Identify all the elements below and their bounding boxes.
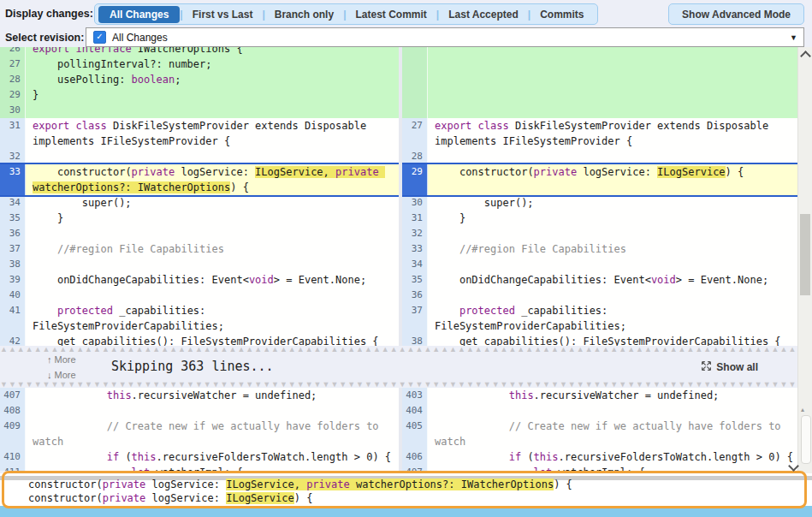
comparison-line: constructor(private logService: ILogServ… <box>28 491 572 505</box>
bottom-scrollbar[interactable] <box>0 506 812 517</box>
diff-row[interactable]: 404 <box>402 403 797 419</box>
diff-row[interactable]: 407 let watcherImpl: { <box>402 465 797 471</box>
line-number: 41 <box>0 303 26 334</box>
diff-row[interactable]: 36 <box>0 226 399 241</box>
diff-row[interactable]: 38 <box>0 257 399 272</box>
diff-row[interactable]: 34 super(); <box>0 195 399 211</box>
diff-row[interactable]: 35 onDidChangeCapabilities: Event<void> … <box>402 272 797 288</box>
vertical-scrollbar[interactable]: ▴ <box>797 47 812 517</box>
diff-row[interactable]: 408 <box>0 403 399 419</box>
code-line <box>26 288 399 303</box>
diff-row[interactable]: 40 <box>0 288 399 303</box>
line-number: 42 <box>0 334 26 346</box>
diff-pane-top-left: 26export interface IWatcherOptions {27 p… <box>0 47 399 346</box>
line-number: 37 <box>402 303 428 334</box>
diff-row[interactable]: 37 //#region File Capabilities <box>0 241 399 257</box>
code-line: let watcherImpl: { <box>26 465 399 471</box>
revision-dropdown-value: All Changes <box>112 32 168 44</box>
line-number: 30 <box>0 103 26 118</box>
diff-row[interactable]: 38 get capabilities(): FileSystemProvide… <box>402 334 797 346</box>
diff-row[interactable]: 33 //#region File Capabilities <box>402 241 797 257</box>
scrollbar-thumb[interactable] <box>800 214 810 295</box>
more-down-button[interactable]: ↓ More <box>47 370 76 380</box>
code-line: onDidChangeCapabilities: Event<void> = E… <box>26 272 399 288</box>
code-line: get capabilities(): FileSystemProviderCa… <box>428 334 797 346</box>
code-line <box>26 226 399 241</box>
line-comparison-text: constructor(private logService: ILogServ… <box>28 478 572 505</box>
checkbox-checked-icon[interactable]: ✓ <box>93 31 106 44</box>
code-line: protected _capabilities: FileSystemProvi… <box>428 303 797 334</box>
diff-row[interactable]: 409 // Create new if we actually have fo… <box>0 419 399 449</box>
scroll-up-icon[interactable] <box>800 51 811 62</box>
line-number: 35 <box>0 211 26 226</box>
diff-row[interactable]: 35 } <box>0 211 399 226</box>
code-line: pollingInterval?: number; <box>26 56 399 72</box>
tab-branch-only[interactable]: Branch only <box>265 7 343 22</box>
more-up-button[interactable]: ↑ More <box>47 354 76 365</box>
expand-all-icon <box>701 360 712 374</box>
line-number: 406 <box>402 449 428 465</box>
diff-row[interactable]: 26export interface IWatcherOptions { <box>0 47 399 56</box>
diff-row[interactable]: 405 // Create new if we actually have fo… <box>402 419 797 449</box>
code-line: usePolling: boolean; <box>26 72 399 87</box>
diff-pane-bottom-right: 403 this.recursiveWatcher = undefined;40… <box>402 388 797 471</box>
diff-row[interactable]: 32 <box>402 226 797 241</box>
diff-row[interactable]: 42 get capabilities(): FileSystemProvide… <box>0 334 399 346</box>
diff-viewer-window: Display changes: All Changes|First vs La… <box>0 0 812 517</box>
diff-row[interactable]: 27 pollingInterval?: number; <box>0 56 399 72</box>
line-number: 36 <box>402 288 428 303</box>
diff-row[interactable]: 27export class DiskFileSystemProvider ex… <box>402 118 797 149</box>
mini-scroll-up-icon[interactable]: ▴ <box>801 407 804 413</box>
tab-all-changes[interactable]: All Changes <box>98 6 180 23</box>
display-changes-label: Display changes: <box>5 8 93 20</box>
line-number: 39 <box>0 272 26 288</box>
tab-latest-commit[interactable]: Latest Commit <box>347 7 436 22</box>
code-line: if (this.recursiveFoldersToWatch.length … <box>428 449 797 465</box>
diff-row[interactable]: 39 onDidChangeCapabilities: Event<void> … <box>0 272 399 288</box>
line-number: 34 <box>0 195 26 211</box>
diff-row[interactable]: 34 <box>402 257 797 272</box>
code-line <box>26 403 399 419</box>
line-number: 33 <box>402 241 428 257</box>
tab-first-vs-last[interactable]: First vs Last <box>183 7 263 22</box>
diff-row[interactable]: 407 this.recursiveWatcher = undefined; <box>0 388 399 403</box>
diff-row[interactable]: 30 <box>0 103 399 118</box>
comparison-line: constructor(private logService: ILogServ… <box>28 478 572 491</box>
show-advanced-mode-button[interactable]: Show Advanced Mode <box>668 3 804 25</box>
diff-row[interactable]: 37 protected _capabilities: FileSystemPr… <box>402 303 797 334</box>
code-line: constructor(private logService: ILogServ… <box>428 164 797 195</box>
skipped-lines-band: ▲▲▲▲▲▲▲▲▲▲▲▲▲▲▲▲▲▲▲▲▲▲▲▲▲▲▲▲▲▲▲▲▲▲▲▲▲▲▲▲… <box>0 346 797 388</box>
show-all-button[interactable]: Show all <box>701 360 758 374</box>
diff-row[interactable]: 31export class DiskFileSystemProvider ex… <box>0 118 399 149</box>
diff-row[interactable]: 28 usePolling: boolean; <box>0 72 399 87</box>
code-line: export interface IWatcherOptions { <box>26 47 399 56</box>
diff-row[interactable]: 29} <box>0 87 399 103</box>
mini-scrollbar-thumb[interactable] <box>801 415 811 464</box>
revision-dropdown[interactable]: ✓ All Changes ▼ <box>86 27 804 47</box>
code-line <box>428 257 797 272</box>
diff-row[interactable]: 33 constructor(private logService: ILogS… <box>0 163 399 197</box>
code-line: } <box>428 211 797 226</box>
diff-row[interactable]: 411 let watcherImpl: { <box>0 465 399 471</box>
tab-last-accepted[interactable]: Last Accepted <box>439 7 528 22</box>
diff-row[interactable]: 406 if (this.recursiveFoldersToWatch.len… <box>402 449 797 465</box>
diff-row[interactable]: 36 <box>402 288 797 303</box>
diff-row[interactable]: 403 this.recursiveWatcher = undefined; <box>402 388 797 403</box>
line-number: 27 <box>0 56 26 72</box>
code-line: this.recursiveWatcher = undefined; <box>26 388 399 403</box>
code-line: get capabilities(): FileSystemProviderCa… <box>26 334 399 346</box>
diff-row[interactable]: 41 protected _capabilities: FileSystemPr… <box>0 303 399 334</box>
line-number: 34 <box>402 257 428 272</box>
diff-row[interactable]: 31 } <box>402 211 797 226</box>
diff-filler-row[interactable] <box>402 47 797 118</box>
tab-commits[interactable]: Commits <box>530 7 593 22</box>
code-line: // Create new if we actually have folder… <box>26 419 399 449</box>
line-number: 28 <box>0 72 26 87</box>
diff-row[interactable]: 410 if (this.recursiveFoldersToWatch.len… <box>0 449 399 465</box>
line-number: 27 <box>402 118 428 149</box>
diff-row[interactable]: 29 constructor(private logService: ILogS… <box>402 163 797 197</box>
diff-row[interactable]: 30 super(); <box>402 195 797 211</box>
line-number: 32 <box>402 226 428 241</box>
code-line <box>428 288 797 303</box>
code-line: this.recursiveWatcher = undefined; <box>428 388 797 403</box>
